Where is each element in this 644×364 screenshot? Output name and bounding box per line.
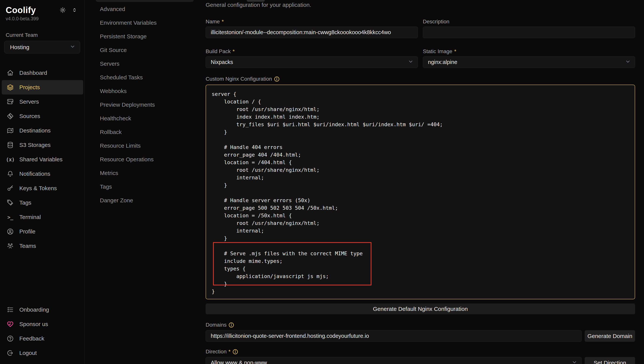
direction-select[interactable]: Allow www & non-www.	[206, 357, 582, 364]
variable-icon: (x)	[7, 156, 14, 163]
chevron-down-icon	[625, 59, 631, 66]
sidebar-item-notifications[interactable]: Notifications	[2, 167, 83, 181]
git-source-icon	[7, 113, 14, 120]
sidebar-item-onboarding[interactable]: Onboarding	[2, 302, 83, 317]
home-icon	[7, 69, 14, 76]
config-menu-item-metrics[interactable]: Metrics	[84, 166, 197, 180]
terminal-icon: >_	[7, 214, 14, 221]
nginx-config-code[interactable]: server { location / { root /usr/share/ng…	[206, 85, 635, 299]
config-menu-item-rollback[interactable]: Rollback	[84, 125, 197, 139]
build-pack-select[interactable]: Nixpacks	[206, 56, 418, 68]
config-menu-item-healthcheck[interactable]: Healthcheck	[84, 112, 197, 125]
name-input[interactable]	[206, 27, 418, 38]
server-icon	[7, 98, 14, 105]
config-menu-item-tags[interactable]: Tags	[84, 180, 197, 194]
sidebar-item-servers[interactable]: Servers	[2, 95, 83, 109]
nginx-config-editor[interactable]: server { location / { root /usr/share/ng…	[206, 85, 635, 299]
version-switcher-chevrons-icon[interactable]	[70, 6, 79, 14]
config-menu-item-scheduled-tasks[interactable]: Scheduled Tasks	[84, 71, 197, 84]
config-menu-item-git-source[interactable]: Git Source	[84, 43, 197, 57]
users-icon	[7, 243, 14, 249]
config-menu-item-advanced[interactable]: Advanced	[84, 2, 197, 16]
config-menu-item-resource-limits[interactable]: Resource Limits	[84, 139, 197, 152]
config-menu-active-item-partial[interactable]	[96, 0, 194, 2]
name-label: Name*	[206, 19, 418, 25]
sidebar: Coolify v4.0.0-beta.399 Current Team Hos…	[0, 0, 84, 364]
sidebar-footer-nav: Onboarding Sponsor us Feedback Logout	[0, 302, 84, 360]
direction-label: Direction*	[206, 349, 635, 355]
help-circle-icon	[7, 335, 14, 342]
sidebar-item-teams[interactable]: Teams	[2, 239, 83, 253]
generate-default-nginx-button[interactable]: Generate Default Nginx Configuration	[206, 303, 635, 314]
user-circle-icon	[7, 228, 14, 235]
description-input[interactable]	[423, 27, 635, 38]
app-version: v4.0.0-beta.399	[6, 16, 79, 22]
sidebar-item-shared-variables[interactable]: (x) Shared Variables	[2, 152, 83, 167]
tag-icon	[7, 199, 14, 206]
static-image-label: Static Image*	[423, 48, 635, 55]
heart-icon	[7, 321, 14, 327]
team-select-value: Hosting	[10, 44, 30, 51]
app-logo: Coolify	[6, 5, 36, 15]
bell-icon	[7, 170, 14, 177]
info-icon[interactable]	[232, 349, 238, 355]
team-select[interactable]: Hosting	[4, 41, 80, 54]
config-menu-item-danger-zone[interactable]: Danger Zone	[84, 194, 197, 207]
current-team-label: Current Team	[6, 32, 79, 38]
sidebar-item-dashboard[interactable]: Dashboard	[2, 66, 83, 80]
page-subtitle: General configuration for your applicati…	[206, 2, 635, 8]
config-menu-item-preview-deployments[interactable]: Preview Deployments	[84, 98, 197, 112]
sidebar-item-terminal[interactable]: >_ Terminal	[2, 210, 83, 224]
sidebar-item-keys-tokens[interactable]: Keys & Tokens	[2, 181, 83, 196]
sidebar-item-destinations[interactable]: Destinations	[2, 123, 83, 138]
sidebar-item-tags[interactable]: Tags	[2, 196, 83, 210]
config-menu: Advanced Environment Variables Persisten…	[84, 0, 197, 364]
config-menu-item-servers[interactable]: Servers	[84, 57, 197, 71]
sidebar-item-feedback[interactable]: Feedback	[2, 331, 83, 346]
description-label: Description	[423, 19, 635, 25]
config-menu-item-webhooks[interactable]: Webhooks	[84, 84, 197, 98]
layers-icon	[7, 84, 14, 91]
sidebar-nav: Dashboard Projects Servers Sources Desti…	[0, 66, 84, 253]
build-pack-label: Build Pack*	[206, 48, 418, 55]
map-icon	[7, 127, 14, 134]
set-direction-button[interactable]: Set Direction	[585, 357, 635, 364]
generate-domain-button[interactable]: Generate Domain	[585, 330, 635, 342]
main-content: General configuration for your applicati…	[197, 0, 644, 364]
chevron-down-icon	[408, 59, 414, 66]
info-icon[interactable]	[228, 322, 234, 328]
static-image-select[interactable]: nginx:alpine	[423, 56, 635, 68]
chevron-down-icon	[572, 359, 577, 364]
info-icon[interactable]	[274, 76, 280, 82]
theme-toggle-sun-icon[interactable]	[58, 6, 67, 14]
database-icon	[7, 142, 14, 148]
partial-button-cut-off[interactable]	[247, 0, 265, 2]
sidebar-item-profile[interactable]: Profile	[2, 224, 83, 239]
sidebar-item-logout[interactable]: Logout	[2, 346, 83, 360]
sidebar-item-s3-storages[interactable]: S3 Storages	[2, 138, 83, 152]
checklist-icon	[7, 306, 14, 313]
config-menu-item-environment-variables[interactable]: Environment Variables	[84, 16, 197, 30]
sidebar-item-sources[interactable]: Sources	[2, 109, 83, 123]
nginx-config-label: Custom Nginx Configuration	[206, 76, 635, 82]
sidebar-item-sponsor[interactable]: Sponsor us	[2, 317, 83, 331]
sidebar-item-projects[interactable]: Projects	[2, 80, 83, 95]
chevron-down-icon	[70, 44, 76, 51]
config-menu-item-persistent-storage[interactable]: Persistent Storage	[84, 30, 197, 43]
domains-input[interactable]	[206, 330, 582, 342]
key-icon	[7, 185, 14, 192]
config-menu-item-resource-operations[interactable]: Resource Operations	[84, 152, 197, 166]
domains-label: Domains	[206, 322, 635, 328]
logout-icon	[7, 349, 14, 356]
app-root: Coolify v4.0.0-beta.399 Current Team Hos…	[0, 0, 644, 364]
